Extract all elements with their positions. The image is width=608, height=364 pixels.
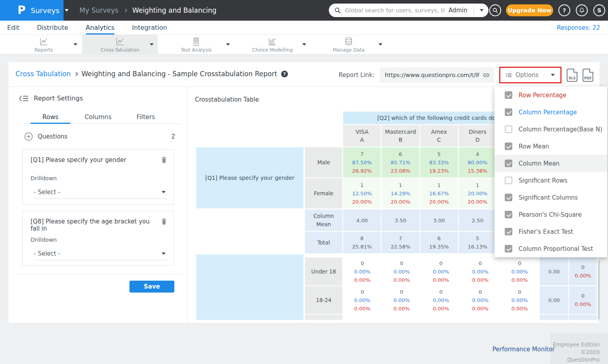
- cross-tabulation-link[interactable]: Cross Tabulation: [15, 70, 71, 78]
- drilldown-label: Drilldown: [31, 175, 57, 181]
- performance-monitor-link[interactable]: Performance Monitor: [492, 346, 555, 353]
- chevron-down-icon: [65, 9, 69, 12]
- export-xls-button[interactable]: XLS: [567, 69, 577, 82]
- table-data-cell: 1 20.00% 20.00%: [459, 178, 496, 208]
- options-button[interactable]: Options: [499, 67, 562, 83]
- options-menu-item[interactable]: Significant Columns: [494, 189, 607, 206]
- checkbox[interactable]: [505, 108, 512, 116]
- responses-count[interactable]: Responses: 22: [557, 21, 600, 35]
- report-url[interactable]: https://www.questionpro.com/t/lFFCZg: [385, 72, 479, 78]
- options-menu-item[interactable]: Column Mean: [494, 155, 607, 172]
- table-scrollbar[interactable]: [598, 258, 600, 322]
- option-label: Column Percentage(Base N): [519, 126, 602, 133]
- checkbox[interactable]: [505, 211, 512, 218]
- option-label: Column Mean: [519, 160, 560, 167]
- table-row-column-mean: Column Mean 4.00 3.50 3.00 2.50: [305, 210, 496, 231]
- card-name: Amex: [431, 128, 447, 136]
- help-badge-icon[interactable]: ?: [281, 71, 288, 77]
- question-title: [Q1] Please specify your gender: [31, 156, 158, 164]
- help-button[interactable]: ?: [558, 4, 570, 16]
- link-icon[interactable]: [483, 71, 490, 79]
- row-total-cell: 0 0.00%: [569, 286, 597, 314]
- trash-icon[interactable]: [161, 218, 167, 225]
- options-dropdown-menu: Row Percentage Column Percentage Column …: [494, 87, 607, 257]
- survey-nav-bar: Edit Distribute Analytics Integration Re…: [0, 21, 608, 35]
- options-menu-item[interactable]: Column Proportional Test: [494, 240, 607, 257]
- table-data-cell: 6 85.71% 23.08%: [382, 147, 419, 177]
- breadcrumb-my-surveys[interactable]: My Surveys: [79, 6, 118, 14]
- report-link-box[interactable]: https://www.questionpro.com/t/lFFCZg: [380, 67, 494, 83]
- export-pdf-button[interactable]: PDF: [583, 69, 593, 82]
- toolbar-item-cross-tabulation[interactable]: Cross-Tabulation: [82, 35, 158, 55]
- row-cells: 0 0.00% 0.00% 0 0.00% 0.00% 0 0.00% 0.00…: [343, 258, 539, 285]
- search-icon: [492, 8, 498, 13]
- chevron-down-icon[interactable]: [150, 43, 154, 46]
- search-input[interactable]: [345, 7, 445, 13]
- checkbox[interactable]: [505, 125, 512, 133]
- notifications-button[interactable]: [576, 4, 588, 16]
- checkbox[interactable]: [505, 194, 512, 201]
- table-row-partial: [305, 315, 597, 320]
- drilldown-select[interactable]: - Select -: [34, 187, 167, 199]
- chevron-down-icon[interactable]: [302, 43, 306, 46]
- tab-distribute[interactable]: Distribute: [37, 21, 68, 35]
- scrollbar-thumb[interactable]: [598, 260, 600, 320]
- options-menu-item[interactable]: Column Percentage(Base N): [494, 121, 607, 138]
- question-card-q1: [Q1] Please specify your gender Drilldow…: [22, 149, 174, 205]
- toolbar-item-manage-data[interactable]: Manage Data: [311, 35, 386, 55]
- copyright-label: ©2020 QuestionPro: [550, 349, 600, 364]
- tab-rows[interactable]: Rows: [31, 114, 70, 121]
- trash-icon[interactable]: [161, 156, 167, 164]
- save-button[interactable]: Save: [129, 281, 174, 293]
- user-avatar[interactable]: S: [593, 4, 605, 16]
- toolbar-item-text-analysis[interactable]: Text Analysis: [158, 35, 234, 55]
- checkbox[interactable]: [505, 228, 512, 235]
- checkbox[interactable]: [505, 160, 512, 167]
- xls-icon-label: XLS: [567, 76, 577, 80]
- search-scope-label[interactable]: Admin: [448, 7, 467, 14]
- scope-chevron-down-icon[interactable]: [480, 9, 484, 12]
- tab-edit[interactable]: Edit: [7, 21, 19, 35]
- row-label-partial: [305, 315, 342, 320]
- search-submit-button[interactable]: [489, 4, 501, 16]
- table-data-cell: 0 0.00% 0.00%: [500, 258, 539, 285]
- chevron-right-icon: [74, 72, 78, 76]
- checkbox[interactable]: [505, 177, 512, 184]
- row-cells: 0 0.00% 0.00% 0 0.00% 0.00% 0 0.00% 0.00…: [343, 286, 539, 314]
- column-header-cell: Diners D: [459, 125, 496, 146]
- tab-columns[interactable]: Columns: [78, 114, 118, 121]
- active-tab-underline: [31, 123, 70, 124]
- checkbox[interactable]: [505, 143, 512, 150]
- options-menu-item[interactable]: Column Percentage: [494, 104, 607, 121]
- product-name: Surveys: [31, 6, 60, 15]
- divider: [473, 6, 474, 14]
- options-menu-item[interactable]: Significant Rows: [494, 172, 607, 189]
- options-menu-item[interactable]: Pearson's Chi-Square: [494, 206, 607, 223]
- tab-analytics[interactable]: Analytics: [86, 21, 115, 35]
- report-title: Weighting and Balancing - Sample Crossta…: [81, 70, 277, 78]
- divider: [15, 274, 181, 275]
- table-data-cell: 5 16.13%: [459, 232, 496, 253]
- global-search[interactable]: Admin: [329, 4, 488, 17]
- toolbar-item-choice-modelling[interactable]: Choice Modelling: [235, 35, 310, 55]
- table-data-cell: 7 22.58%: [382, 232, 419, 253]
- drilldown-select[interactable]: - Select -: [34, 248, 167, 260]
- product-switcher[interactable]: P Surveys: [0, 0, 64, 21]
- option-label: Significant Columns: [519, 194, 578, 201]
- option-label: Column Percentage: [519, 109, 577, 116]
- tab-integration[interactable]: Integration: [132, 21, 167, 35]
- options-menu-item[interactable]: Fisher's Exact Test: [494, 223, 607, 240]
- add-question-icon[interactable]: [24, 132, 33, 141]
- collapse-panel-icon[interactable]: [19, 95, 29, 102]
- upgrade-now-button[interactable]: Upgrade Now: [506, 4, 553, 16]
- options-menu-item[interactable]: Row Percentage: [494, 87, 607, 104]
- chevron-down-icon[interactable]: [226, 43, 230, 46]
- chevron-down-icon[interactable]: [378, 43, 382, 46]
- options-menu-item[interactable]: Row Mean: [494, 138, 607, 155]
- tab-filters[interactable]: Filters: [126, 114, 166, 121]
- chevron-down-icon[interactable]: [73, 43, 77, 46]
- card-name: Diners: [469, 128, 486, 136]
- checkbox[interactable]: [505, 91, 512, 99]
- toolbar-item-reports[interactable]: Reports: [6, 35, 81, 55]
- checkbox[interactable]: [505, 245, 512, 252]
